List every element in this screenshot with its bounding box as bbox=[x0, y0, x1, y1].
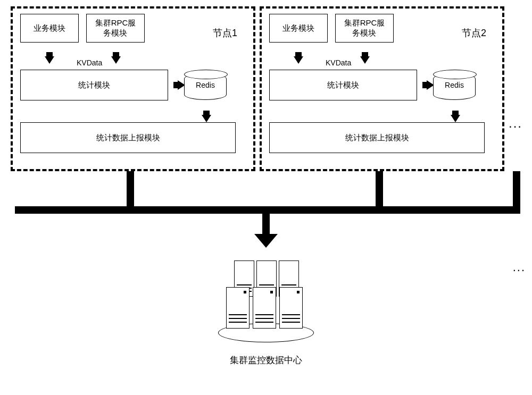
rpc-module-box: 集群RPC服 务模块 bbox=[335, 14, 394, 43]
report-module-label: 统计数据上报模块 bbox=[345, 133, 409, 143]
report-module-label: 统计数据上报模块 bbox=[96, 133, 160, 143]
server-icon bbox=[279, 287, 303, 329]
bus-line bbox=[15, 206, 22, 214]
biz-module-box: 业务模块 bbox=[269, 14, 328, 43]
arrow-down-icon bbox=[360, 56, 370, 64]
arrowhead-down-icon bbox=[254, 234, 278, 248]
ellipsis-icon: ... bbox=[509, 116, 522, 131]
servers-front-row bbox=[226, 287, 303, 329]
server-icon bbox=[253, 287, 276, 329]
nodes-row: 节点1 业务模块 集群RPC服 务模块 KVData 统计模块 Redis 统计… bbox=[0, 0, 532, 171]
stats-module-box: 统计模块 bbox=[269, 70, 417, 100]
biz-module-box: 业务模块 bbox=[20, 14, 79, 43]
ellipsis-icon: ... bbox=[513, 260, 526, 274]
node-1-title: 节点1 bbox=[213, 27, 237, 39]
rpc-module-label: 集群RPC服 务模块 bbox=[344, 18, 385, 38]
arrow-down-icon bbox=[45, 56, 54, 64]
report-module-box: 统计数据上报模块 bbox=[269, 122, 485, 153]
node-1-stats-row: 统计模块 Redis bbox=[20, 69, 244, 101]
report-module-box: 统计数据上报模块 bbox=[20, 122, 236, 153]
node-1-top-modules: 业务模块 集群RPC服 务模块 bbox=[20, 14, 244, 43]
arrow-down-icon bbox=[202, 115, 211, 122]
node-1: 节点1 业务模块 集群RPC服 务模块 KVData 统计模块 Redis 统计… bbox=[11, 6, 255, 171]
kvdata-label: KVData bbox=[77, 58, 102, 67]
redis-label: Redis bbox=[184, 81, 227, 89]
arrow-down-icon bbox=[294, 56, 303, 64]
stats-module-label: 统计模块 bbox=[327, 80, 359, 90]
node-2: 节点2 业务模块 集群RPC服 务模块 KVData 统计模块 Redis 统计… bbox=[260, 6, 504, 171]
node-2-title: 节点2 bbox=[462, 27, 486, 39]
redis-cylinder: Redis bbox=[184, 69, 227, 101]
stats-module-box: 统计模块 bbox=[20, 70, 168, 100]
arrow-down-icon bbox=[451, 115, 460, 122]
rpc-module-label: 集群RPC服 务模块 bbox=[95, 18, 136, 38]
redis-cylinder: Redis bbox=[433, 69, 476, 101]
stats-module-label: 统计模块 bbox=[78, 80, 110, 90]
node-2-top-modules: 业务模块 集群RPC服 务模块 bbox=[269, 14, 493, 43]
arrow-down-icon bbox=[111, 56, 121, 64]
redis-label: Redis bbox=[433, 81, 476, 89]
server-icon bbox=[226, 287, 250, 329]
biz-module-label: 业务模块 bbox=[282, 23, 314, 33]
node-2-stats-row: 统计模块 Redis bbox=[269, 69, 493, 101]
biz-module-label: 业务模块 bbox=[34, 23, 65, 33]
rpc-module-box: 集群RPC服 务模块 bbox=[86, 14, 145, 43]
kvdata-label: KVData bbox=[326, 58, 351, 67]
bus-line bbox=[262, 213, 270, 236]
datacenter-label: 集群监控数据中心 bbox=[218, 354, 314, 366]
